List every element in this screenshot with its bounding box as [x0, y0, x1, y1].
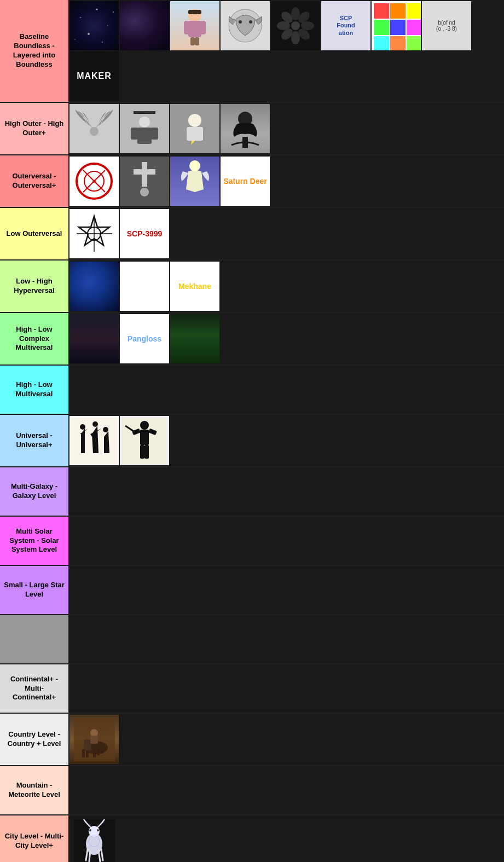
tier-item-0-1[interactable]: [120, 1, 169, 50]
tier-content-country-level: [68, 714, 504, 765]
tier-label-city-level: City Level - Multi-City Level+: [0, 815, 68, 862]
svg-rect-58: [97, 748, 100, 755]
tier-item-13-0[interactable]: [69, 715, 119, 764]
svg-point-34: [140, 188, 149, 196]
tier-item-4-1[interactable]: Yaldabaoth: [120, 262, 169, 311]
tier-row-multi-galaxy: Multi-Galaxy - Galaxy Level: [0, 467, 504, 517]
svg-rect-23: [131, 128, 138, 140]
tier-item-7-1[interactable]: [120, 416, 169, 465]
tier-row-multi-solar: Multi Solar System - Solar System Level: [0, 517, 504, 566]
tier-row-outerversal: Outerversal - Outerversal+✵Saturn Deer: [0, 155, 504, 208]
tier-label-high-low-complex: High - Low Complex Multiversal: [0, 313, 68, 365]
tier-item-15-0[interactable]: [69, 817, 119, 862]
tier-content-mountain-meteorite: [68, 766, 504, 814]
tier-content-universal: [68, 415, 504, 466]
svg-rect-50: [144, 445, 149, 459]
svg-point-8: [239, 20, 242, 24]
tier-item-0-5[interactable]: SCPFoundation: [321, 1, 370, 50]
svg-point-9: [249, 20, 252, 24]
svg-text:✵: ✵: [92, 178, 96, 184]
tier-content-small-large-star: [68, 566, 504, 614]
svg-rect-57: [93, 749, 96, 757]
svg-rect-2: [184, 21, 189, 34]
tier-item-1-1[interactable]: [120, 104, 169, 153]
tier-item-5-0[interactable]: [69, 314, 119, 363]
tier-label-baseline-boundless: Baseline Boundless - Layered into Boundl…: [0, 0, 68, 102]
tier-row-low-outerversal: Low OuterversalSCP-3999: [0, 208, 504, 261]
tier-item-2-1[interactable]: [120, 157, 169, 206]
svg-point-42: [92, 421, 98, 427]
tier-content-high-low-complex: Pangloss: [68, 313, 504, 365]
tier-content-city-level: [68, 815, 504, 862]
svg-rect-54: [84, 739, 91, 750]
tier-label-high-outer: High Outer - High Outer+: [0, 103, 68, 154]
tier-item-2-3[interactable]: Saturn Deer: [221, 157, 270, 206]
tier-label-small-large-star: Small - Large Star Level: [0, 566, 68, 614]
svg-rect-24: [150, 128, 158, 140]
tier-list: Baseline Boundless - Layered into Boundl…: [0, 0, 504, 862]
tier-row-high-low-multiversal: High - Low Multiversal: [0, 366, 504, 415]
tier-content-high-outer: [68, 103, 504, 154]
tier-row-mountain-meteorite: Mountain - Meteorite Level: [0, 766, 504, 815]
svg-rect-6: [188, 10, 201, 14]
svg-rect-4: [190, 37, 195, 45]
svg-rect-59: [101, 747, 103, 754]
svg-rect-61: [90, 736, 98, 744]
tier-item-7-0[interactable]: [69, 416, 119, 465]
tier-item-2-0[interactable]: ✵: [69, 157, 119, 206]
tier-content-blank-tier: [68, 615, 504, 663]
tier-item-5-1[interactable]: Pangloss: [120, 314, 169, 363]
svg-point-21: [139, 117, 150, 128]
svg-rect-33: [134, 169, 155, 175]
tier-item-5-2[interactable]: [170, 314, 219, 363]
svg-rect-5: [195, 37, 199, 45]
svg-point-66: [97, 829, 99, 831]
tier-content-multi-solar: [68, 517, 504, 565]
tier-item-4-0[interactable]: [69, 262, 119, 311]
tier-item-0-2[interactable]: [170, 1, 219, 50]
tier-item-2-2[interactable]: [170, 157, 219, 206]
svg-point-41: [80, 424, 85, 430]
svg-point-43: [103, 427, 108, 432]
tier-item-0-6[interactable]: [372, 1, 421, 50]
svg-point-45: [140, 421, 149, 430]
tier-row-baseline-boundless: Baseline Boundless - Layered into Boundl…: [0, 0, 504, 103]
tier-row-city-level: City Level - Multi-City Level+: [0, 815, 504, 862]
tier-item-1-3[interactable]: [221, 104, 270, 153]
svg-rect-49: [140, 445, 144, 459]
svg-point-19: [90, 127, 99, 136]
tier-item-0-7[interactable]: b(of nd(o , -3 8): [422, 1, 471, 50]
svg-point-25: [188, 114, 201, 127]
tier-label-low-outerversal: Low Outerversal: [0, 208, 68, 259]
tier-label-continental: Continental+ - Multi-Continental+: [0, 664, 68, 713]
svg-rect-26: [187, 127, 203, 141]
tier-content-high-low-multiversal: [68, 366, 504, 414]
tier-item-1-2[interactable]: [170, 104, 219, 153]
tier-item-4-2[interactable]: Mekhane: [170, 262, 219, 311]
tier-row-small-large-star: Small - Large Star Level: [0, 566, 504, 615]
tier-item-0-3[interactable]: [221, 1, 270, 50]
tier-row-high-outer: High Outer - High Outer+: [0, 103, 504, 155]
tier-item-0-4[interactable]: [271, 1, 320, 50]
tier-content-multi-galaxy: [68, 467, 504, 516]
tier-item-3-0[interactable]: [69, 209, 119, 258]
tier-item-1-0[interactable]: [69, 104, 119, 153]
svg-rect-22: [137, 128, 152, 144]
tier-item-0-0[interactable]: [69, 1, 119, 50]
tier-row-universal: Universal - Universal+: [0, 415, 504, 467]
tier-content-low-outerversal: SCP-3999: [68, 208, 504, 259]
tier-label-country-level: Country Level - Country + Level: [0, 714, 68, 765]
tier-label-low-high-hyperversal: Low - High Hyperversal: [0, 261, 68, 312]
tier-label-mountain-meteorite: Mountain - Meteorite Level: [0, 766, 68, 814]
tier-content-low-high-hyperversal: YaldabaothMekhane: [68, 261, 504, 312]
tier-row-high-low-complex: High - Low Complex MultiversalPangloss: [0, 313, 504, 366]
svg-point-60: [90, 729, 98, 737]
svg-rect-55: [82, 749, 85, 757]
tier-label-universal: Universal - Universal+: [0, 415, 68, 466]
tier-row-low-high-hyperversal: Low - High HyperversalYaldabaothMekhane: [0, 261, 504, 313]
svg-rect-46: [140, 430, 149, 445]
tier-row-continental: Continental+ - Multi-Continental+: [0, 664, 504, 714]
tier-item-3-1[interactable]: SCP-3999: [120, 209, 169, 258]
tier-label-high-low-multiversal: High - Low Multiversal: [0, 366, 68, 414]
tier-item-0-8[interactable]: MAKER: [69, 51, 119, 101]
